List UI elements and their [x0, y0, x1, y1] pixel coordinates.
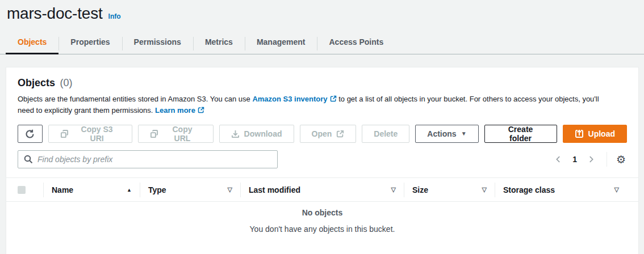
- panel-header: Objects (0): [6, 67, 638, 89]
- column-header-storage-class[interactable]: Storage class ▽: [495, 183, 627, 197]
- object-count: (0): [60, 77, 72, 88]
- copy-s3-uri-button[interactable]: Copy S3 URI: [48, 125, 133, 143]
- external-link-icon: [330, 95, 337, 102]
- search-icon: [24, 155, 33, 164]
- objects-panel: Objects (0) Objects are the fundamental …: [6, 67, 639, 254]
- sort-indicator-icon: ▽: [482, 186, 487, 193]
- panel-description: Objects are the fundamental entities sto…: [6, 89, 620, 116]
- previous-page-button[interactable]: [551, 152, 566, 167]
- column-header-type[interactable]: Type ▽: [140, 183, 240, 197]
- copy-icon: [60, 130, 69, 138]
- object-actions-toolbar: Copy S3 URI Copy URL Download Open Delet…: [6, 116, 638, 143]
- sort-ascending-icon: ▲: [127, 187, 132, 193]
- refresh-button[interactable]: [18, 125, 43, 143]
- create-folder-button[interactable]: Create folder: [484, 125, 557, 143]
- select-all-checkbox-cell: [18, 186, 43, 194]
- current-page-number[interactable]: 1: [569, 155, 580, 164]
- panel-title: Objects: [18, 77, 55, 88]
- delete-button[interactable]: Delete: [362, 125, 409, 143]
- upload-icon: [575, 129, 584, 138]
- upload-button[interactable]: Upload: [563, 125, 627, 143]
- search-box: [18, 150, 278, 168]
- chevron-left-icon: [554, 155, 562, 163]
- tab-permissions[interactable]: Permissions: [122, 32, 193, 54]
- objects-table-header: Name ▲ Type ▽ Last modified ▽ Size ▽ Sto…: [6, 177, 638, 202]
- open-button[interactable]: Open: [300, 125, 357, 143]
- tab-bar: Objects Properties Permissions Metrics M…: [0, 32, 644, 54]
- tab-properties[interactable]: Properties: [58, 32, 122, 54]
- external-link-icon: [336, 130, 344, 138]
- learn-more-link[interactable]: Learn more: [155, 106, 204, 115]
- refresh-icon: [25, 129, 35, 139]
- search-and-pagination-row: 1 ⚙: [6, 143, 638, 168]
- bucket-name-title: mars-doc-test: [7, 5, 103, 23]
- empty-state-title: No objects: [6, 208, 638, 217]
- tab-objects[interactable]: Objects: [6, 32, 58, 54]
- pagination: 1 ⚙: [551, 152, 627, 167]
- select-all-checkbox[interactable]: [18, 186, 26, 194]
- chevron-down-icon: ▼: [461, 131, 467, 137]
- tab-metrics[interactable]: Metrics: [193, 32, 245, 54]
- external-link-icon: [198, 107, 204, 113]
- preferences-gear-button[interactable]: ⚙: [615, 154, 627, 165]
- column-header-last-modified[interactable]: Last modified ▽: [240, 183, 404, 197]
- divider: [607, 152, 607, 167]
- next-page-button[interactable]: [584, 152, 599, 167]
- page-header: mars-doc-test Info: [0, 0, 644, 23]
- actions-dropdown-button[interactable]: Actions ▼: [415, 125, 478, 143]
- chevron-right-icon: [587, 155, 595, 163]
- download-icon: [231, 130, 240, 138]
- info-link[interactable]: Info: [108, 12, 121, 20]
- empty-state-message: You don't have any objects in this bucke…: [6, 225, 638, 234]
- search-input[interactable]: [18, 150, 278, 168]
- tab-management[interactable]: Management: [245, 32, 317, 54]
- sort-indicator-icon: ▽: [391, 186, 396, 193]
- empty-state: No objects You don't have any objects in…: [6, 202, 638, 234]
- column-header-size[interactable]: Size ▽: [404, 183, 495, 197]
- download-button[interactable]: Download: [219, 125, 294, 143]
- sort-indicator-icon: ▽: [228, 186, 232, 193]
- copy-url-button[interactable]: Copy URL: [138, 125, 213, 143]
- amazon-s3-inventory-link[interactable]: Amazon S3 inventory: [252, 95, 336, 103]
- description-text: Objects are the fundamental entities sto…: [18, 95, 252, 103]
- copy-icon: [150, 130, 158, 138]
- column-header-name[interactable]: Name ▲: [43, 183, 140, 197]
- sort-indicator-icon: ▽: [614, 186, 619, 193]
- tab-access-points[interactable]: Access Points: [317, 32, 395, 54]
